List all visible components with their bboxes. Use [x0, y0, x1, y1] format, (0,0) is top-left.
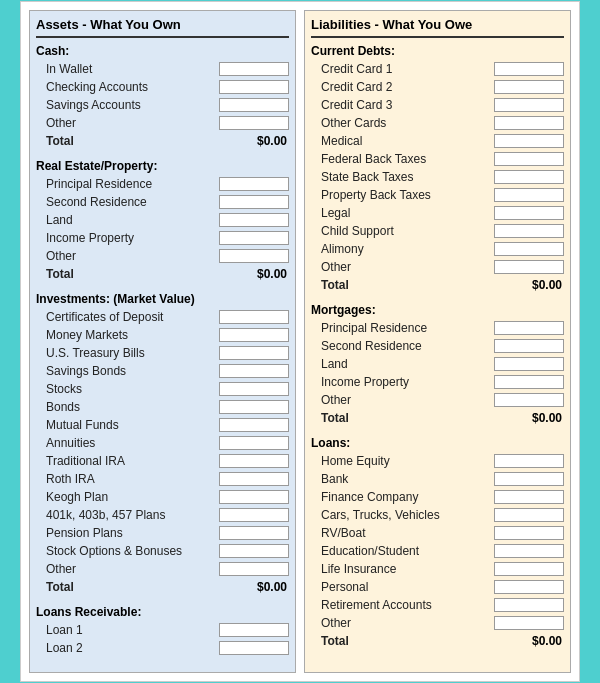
row-input-field[interactable] — [494, 580, 564, 594]
row-item: Second Residence — [36, 194, 289, 210]
row-input-field[interactable] — [219, 310, 289, 324]
row-label: Credit Card 3 — [311, 98, 494, 112]
row-input-field[interactable] — [494, 562, 564, 576]
row-label: Stock Options & Bonuses — [36, 544, 219, 558]
row-input-field[interactable] — [219, 526, 289, 540]
row-label: Credit Card 2 — [311, 80, 494, 94]
row-input-field[interactable] — [494, 508, 564, 522]
row-item: Loan 1 — [36, 622, 289, 638]
row-label: Second Residence — [311, 339, 494, 353]
row-input-field[interactable] — [219, 328, 289, 342]
row-input-field[interactable] — [219, 472, 289, 486]
row-input-field[interactable] — [219, 623, 289, 637]
section-title-3: Loans Receivable: — [36, 605, 289, 619]
row-label: Property Back Taxes — [311, 188, 494, 202]
row-input-field[interactable] — [494, 393, 564, 407]
row-label: Other — [311, 393, 494, 407]
row-input-field[interactable] — [494, 339, 564, 353]
row-input-field[interactable] — [494, 188, 564, 202]
row-input-field[interactable] — [494, 242, 564, 256]
row-item: Total$0.00 — [311, 633, 564, 649]
row-input-field[interactable] — [219, 231, 289, 245]
row-input-field[interactable] — [494, 80, 564, 94]
row-input-field[interactable] — [219, 195, 289, 209]
row-label: Other — [36, 562, 219, 576]
row-label: Home Equity — [311, 454, 494, 468]
row-input-field[interactable] — [219, 454, 289, 468]
total-value: $0.00 — [494, 278, 564, 292]
row-input-field[interactable] — [219, 562, 289, 576]
row-input-field[interactable] — [494, 170, 564, 184]
total-value: $0.00 — [494, 411, 564, 425]
row-input-field[interactable] — [219, 98, 289, 112]
row-item: Home Equity — [311, 453, 564, 469]
row-item: Stock Options & Bonuses — [36, 543, 289, 559]
row-item: Total$0.00 — [36, 266, 289, 282]
row-input-field[interactable] — [494, 134, 564, 148]
row-item: Property Back Taxes — [311, 187, 564, 203]
row-item: Land — [311, 356, 564, 372]
row-label: Total — [311, 634, 494, 648]
row-label: Cars, Trucks, Vehicles — [311, 508, 494, 522]
row-label: Annuities — [36, 436, 219, 450]
row-item: Savings Accounts — [36, 97, 289, 113]
row-input-field[interactable] — [494, 357, 564, 371]
row-input-field[interactable] — [494, 206, 564, 220]
row-item: Total$0.00 — [311, 277, 564, 293]
row-item: Total$0.00 — [311, 410, 564, 426]
row-input-field[interactable] — [219, 116, 289, 130]
row-label: Roth IRA — [36, 472, 219, 486]
row-input-field[interactable] — [494, 454, 564, 468]
row-label: Land — [36, 213, 219, 227]
row-label: Bank — [311, 472, 494, 486]
row-input-field[interactable] — [494, 544, 564, 558]
row-input-field[interactable] — [219, 177, 289, 191]
row-input-field[interactable] — [494, 375, 564, 389]
row-input-field[interactable] — [219, 641, 289, 655]
row-input-field[interactable] — [494, 490, 564, 504]
row-input-field[interactable] — [219, 364, 289, 378]
row-item: Legal — [311, 205, 564, 221]
row-input-field[interactable] — [219, 249, 289, 263]
row-input-field[interactable] — [494, 321, 564, 335]
row-input-field[interactable] — [494, 598, 564, 612]
row-input-field[interactable] — [219, 80, 289, 94]
row-input-field[interactable] — [219, 544, 289, 558]
row-input-field[interactable] — [219, 62, 289, 76]
row-label: In Wallet — [36, 62, 219, 76]
row-input-field[interactable] — [219, 346, 289, 360]
row-label: Checking Accounts — [36, 80, 219, 94]
row-input-field[interactable] — [494, 62, 564, 76]
row-input-field[interactable] — [494, 616, 564, 630]
row-input-field[interactable] — [494, 472, 564, 486]
liabilities-sections: Current Debts:Credit Card 1Credit Card 2… — [311, 44, 564, 649]
row-input-field[interactable] — [494, 98, 564, 112]
row-label: Certificates of Deposit — [36, 310, 219, 324]
row-input-field[interactable] — [494, 116, 564, 130]
section-1: Real Estate/Property:Principal Residence… — [36, 159, 289, 282]
row-label: Principal Residence — [36, 177, 219, 191]
assets-column: Assets - What You Own Cash:In WalletChec… — [29, 10, 296, 673]
row-input-field[interactable] — [494, 224, 564, 238]
row-input-field[interactable] — [494, 526, 564, 540]
row-item: Traditional IRA — [36, 453, 289, 469]
row-label: Loan 2 — [36, 641, 219, 655]
row-input-field[interactable] — [219, 436, 289, 450]
row-input-field[interactable] — [494, 260, 564, 274]
section-3: Loans Receivable:Loan 1Loan 2 — [36, 605, 289, 656]
row-input-field[interactable] — [219, 508, 289, 522]
row-item: Second Residence — [311, 338, 564, 354]
row-item: Bonds — [36, 399, 289, 415]
row-item: Mutual Funds — [36, 417, 289, 433]
row-label: Income Property — [311, 375, 494, 389]
row-item: Other — [36, 561, 289, 577]
row-item: Finance Company — [311, 489, 564, 505]
row-input-field[interactable] — [219, 382, 289, 396]
assets-sections: Cash:In WalletChecking AccountsSavings A… — [36, 44, 289, 656]
row-input-field[interactable] — [219, 400, 289, 414]
row-label: Money Markets — [36, 328, 219, 342]
row-input-field[interactable] — [219, 490, 289, 504]
row-input-field[interactable] — [219, 213, 289, 227]
row-input-field[interactable] — [494, 152, 564, 166]
row-input-field[interactable] — [219, 418, 289, 432]
